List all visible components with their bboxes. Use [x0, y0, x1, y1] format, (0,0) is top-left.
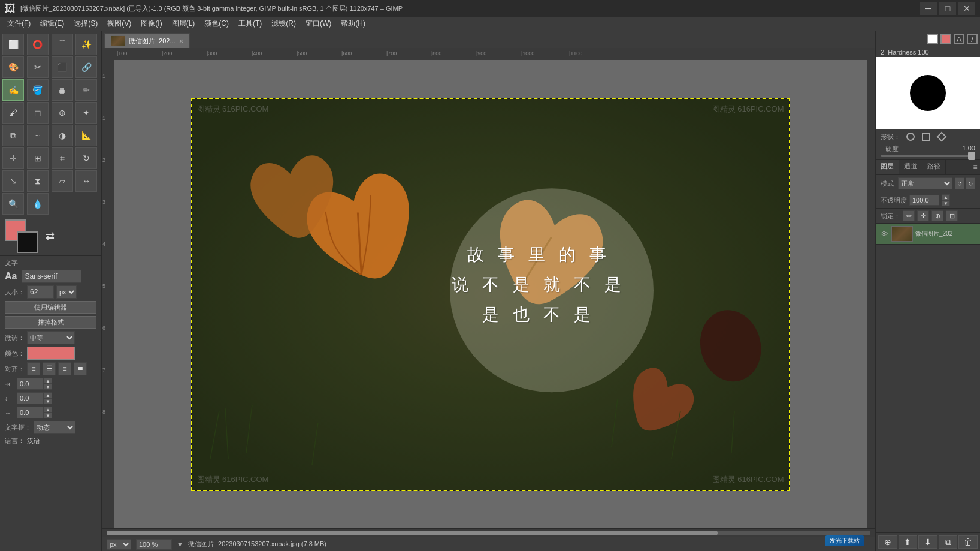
unit-select[interactable]: px mm cm — [107, 539, 131, 550]
maximize-button[interactable]: □ — [939, 2, 956, 15]
align-center-button[interactable]: ☰ — [43, 362, 56, 375]
square-shape-option[interactable] — [921, 131, 931, 142]
menu-view[interactable]: 视图(V) — [102, 17, 136, 30]
align-justify-button[interactable]: ≣ — [74, 362, 87, 375]
blend-mode-select[interactable]: 正常 溶解 正片叠底 — [898, 177, 952, 189]
background-color-swatch[interactable] — [17, 231, 38, 253]
rectangle-select-tool[interactable]: ⬜ — [2, 34, 24, 55]
letter-spacing-up[interactable]: ▲ — [44, 407, 52, 413]
heal-tool[interactable]: ✦ — [75, 102, 97, 124]
bucket-fill-tool[interactable]: 🪣 — [27, 79, 49, 101]
lock-all-button[interactable]: ⊕ — [931, 210, 943, 221]
mode-next-button[interactable]: ↻ — [966, 177, 975, 189]
ellipse-select-tool[interactable]: ⭕ — [27, 34, 49, 55]
canvas-viewport[interactable]: 故 事 里 的 事 说 不 是 就 不 是 是 也 不 是 图精灵 616PIC… — [114, 60, 867, 528]
channels-tab[interactable]: 通道 — [899, 160, 922, 174]
zoom-tool[interactable]: 🔍 — [2, 193, 24, 215]
shear-tool[interactable]: ⧗ — [27, 170, 49, 192]
size-unit-select[interactable]: px — [56, 285, 77, 299]
move-tool[interactable]: ✛ — [2, 147, 24, 169]
h-scroll-track[interactable] — [107, 531, 870, 535]
lower-layer-button[interactable]: ⬇ — [918, 535, 937, 549]
raise-layer-button[interactable]: ⬆ — [899, 535, 918, 549]
circle-shape-option[interactable] — [905, 131, 916, 142]
menu-layers[interactable]: 图层(L) — [167, 17, 200, 30]
font-size-input[interactable] — [27, 285, 54, 299]
menu-file[interactable]: 文件(F) — [2, 17, 35, 30]
layers-panel-options-button[interactable]: ≡ — [970, 160, 980, 174]
text-square-icon[interactable]: A — [954, 34, 964, 44]
dodge-burn-tool[interactable]: ◑ — [52, 125, 73, 146]
smudge-tool[interactable]: ~ — [27, 125, 49, 146]
menu-image[interactable]: 图像(I) — [136, 17, 167, 30]
dodge-tool[interactable]: ⧉ — [2, 125, 24, 146]
paintbrush-tool[interactable]: 🖌 — [2, 102, 24, 124]
crop-tool[interactable]: ⌗ — [52, 147, 73, 169]
indent-down[interactable]: ▼ — [44, 384, 52, 390]
menu-help[interactable]: 帮助(H) — [336, 17, 370, 30]
menu-select[interactable]: 选择(S) — [69, 17, 102, 30]
rotate-tool[interactable]: ↻ — [75, 147, 97, 169]
pencil-tool[interactable]: ✏ — [75, 79, 97, 101]
indent-up[interactable]: ▲ — [44, 378, 52, 384]
align-right-button[interactable]: ≡ — [58, 362, 71, 375]
white-square-icon[interactable] — [927, 34, 938, 44]
menu-colors[interactable]: 颜色(C) — [199, 17, 234, 30]
opacity-down[interactable]: ▼ — [942, 200, 950, 206]
eraser-tool[interactable]: ◻ — [27, 102, 49, 124]
color-square-icon[interactable] — [940, 34, 951, 44]
select-by-color-tool[interactable]: 🎨 — [2, 56, 24, 78]
hinting-select[interactable]: 中等 无 轻度 完全 — [27, 331, 75, 344]
layer-item[interactable]: 👁 微信图片_202 — [876, 224, 980, 245]
delete-layer-button[interactable]: 🗑 — [958, 535, 978, 549]
paths-tab[interactable]: 路径 — [922, 160, 946, 174]
opacity-up[interactable]: ▲ — [942, 194, 950, 200]
perspective-tool[interactable]: ▱ — [52, 170, 73, 192]
hardness-slider-thumb[interactable] — [968, 152, 975, 160]
remove-formatting-button[interactable]: 抹掉格式 — [5, 316, 96, 329]
h-scroll-thumb[interactable] — [107, 531, 718, 535]
duplicate-layer-button[interactable]: ⧉ — [939, 535, 958, 549]
add-layer-button[interactable]: ⊕ — [878, 535, 897, 549]
scale-tool[interactable]: ⤡ — [2, 170, 24, 192]
measure-tool[interactable]: 📐 — [75, 125, 97, 146]
layer-visibility-button[interactable]: 👁 — [879, 229, 889, 239]
menu-tools[interactable]: 工具(T) — [234, 17, 267, 30]
pattern-square-icon[interactable]: / — [967, 34, 978, 44]
swap-colors-button[interactable]: ⇄ — [46, 230, 55, 243]
text-frame-select[interactable]: 动态 固定 — [34, 421, 75, 434]
fuzzy-select-tool[interactable]: ✨ — [75, 34, 97, 55]
lock-alpha-button[interactable]: ⊞ — [946, 210, 958, 221]
align-tool[interactable]: ⊞ — [27, 147, 49, 169]
zoom-dropdown-button[interactable]: ▼ — [177, 541, 183, 548]
paths-tool[interactable]: 🔗 — [75, 56, 97, 78]
right-scrollbar[interactable] — [867, 60, 875, 528]
line-spacing-input[interactable] — [17, 392, 44, 404]
align-left-button[interactable]: ≡ — [27, 362, 40, 375]
menu-windows[interactable]: 窗口(W) — [301, 17, 336, 30]
zoom-input[interactable] — [136, 539, 172, 550]
free-select-tool[interactable]: ⌒ — [52, 34, 73, 55]
clone-tool[interactable]: ⊕ — [52, 102, 73, 124]
layers-tab[interactable]: 图层 — [876, 160, 899, 174]
tab-close-button[interactable]: × — [179, 37, 184, 46]
hardness-slider-track[interactable] — [881, 155, 975, 157]
menu-edit[interactable]: 编辑(E) — [35, 17, 69, 30]
fg-select-tool[interactable]: ⬛ — [52, 56, 73, 78]
menu-filters[interactable]: 滤镜(R) — [267, 17, 301, 30]
minimize-button[interactable]: ─ — [920, 2, 937, 15]
line-spacing-down[interactable]: ▼ — [44, 398, 52, 404]
letter-spacing-down[interactable]: ▼ — [44, 413, 52, 418]
mode-prev-button[interactable]: ↺ — [955, 177, 964, 189]
horizontal-scrollbar[interactable] — [102, 528, 875, 537]
opacity-input[interactable] — [909, 195, 939, 206]
use-editor-button[interactable]: 使用编辑器 — [5, 301, 96, 314]
close-button[interactable]: ✕ — [958, 2, 975, 15]
canvas-tab[interactable]: 微信图片_202... × — [104, 33, 190, 48]
font-name-input[interactable] — [22, 270, 81, 283]
lock-pixels-button[interactable]: ✏ — [903, 210, 915, 221]
letter-spacing-input[interactable] — [17, 407, 44, 418]
indent-input[interactable] — [17, 378, 44, 390]
color-picker-tool[interactable]: 💧 — [27, 193, 49, 215]
text-tool[interactable]: ✍ — [2, 79, 24, 101]
